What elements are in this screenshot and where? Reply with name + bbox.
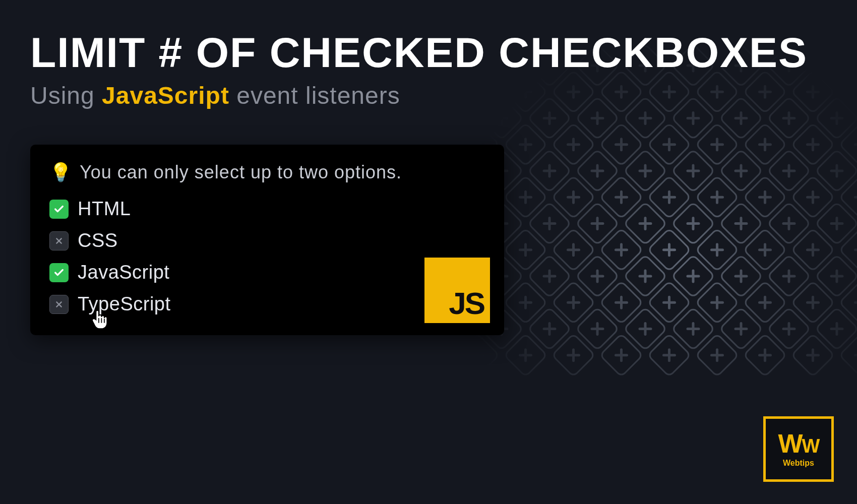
checkbox-disabled-icon[interactable] [49, 295, 69, 314]
hint-row: 💡 You can only select up to two options. [49, 162, 485, 183]
page-subtitle: Using JavaScript event listeners [30, 82, 827, 109]
subtitle-pre: Using [30, 82, 102, 109]
checkbox-disabled-icon[interactable] [49, 231, 69, 250]
option-label: TypeScript [78, 293, 171, 315]
subtitle-post: event listeners [229, 82, 400, 109]
option-label: JavaScript [78, 262, 169, 283]
checkbox-checked-icon[interactable] [49, 200, 69, 219]
option-typescript[interactable]: TypeScript [49, 288, 485, 320]
brand-name: Webtips [783, 459, 814, 468]
option-label: CSS [78, 230, 118, 251]
option-css[interactable]: CSS [49, 225, 485, 257]
checkbox-checked-icon[interactable] [49, 263, 69, 282]
option-javascript[interactable]: JavaScript [49, 257, 485, 288]
hint-text: You can only select up to two options. [80, 162, 402, 183]
js-badge: JS [424, 258, 490, 323]
subtitle-highlight: JavaScript [102, 82, 229, 109]
brand-logo: WW Webtips [763, 416, 834, 482]
brand-mark: WW [778, 430, 819, 457]
js-badge-text: JS [449, 288, 484, 319]
page-title: LIMIT # OF CHECKED CHECKBOXES [30, 30, 827, 75]
option-html[interactable]: HTML [49, 193, 485, 225]
lightbulb-icon: 💡 [49, 162, 73, 183]
option-label: HTML [78, 198, 131, 220]
example-panel: 💡 You can only select up to two options.… [30, 145, 504, 335]
